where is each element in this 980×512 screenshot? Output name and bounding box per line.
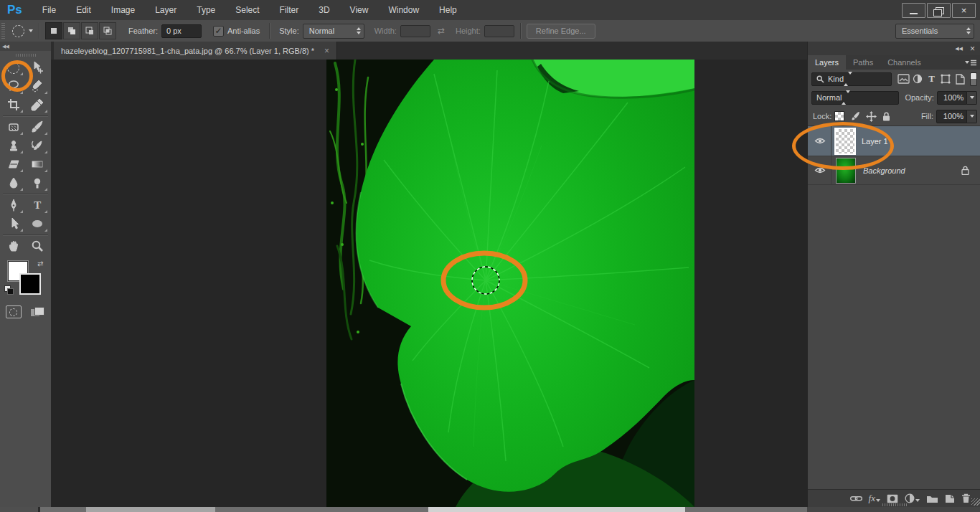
tool-eyedropper[interactable]	[27, 95, 49, 114]
feather-label: Feather:	[128, 27, 158, 35]
fill-value[interactable]: 100%	[936, 110, 967, 123]
fill-dropdown-button[interactable]	[967, 110, 977, 123]
menu-3d[interactable]: 3D	[308, 0, 339, 20]
height-input[interactable]	[484, 25, 514, 37]
collapse-icon[interactable]: ◀◀	[955, 46, 963, 52]
brush-tool-icon	[31, 120, 44, 133]
menu-image[interactable]: Image	[101, 0, 145, 20]
lock-position-button[interactable]	[866, 111, 877, 122]
options-grip	[1, 23, 5, 39]
panel-menu-icon[interactable]	[965, 60, 976, 67]
feather-input[interactable]: 0 px	[161, 24, 202, 38]
panel-resize-grip[interactable]	[882, 503, 907, 506]
tool-preset-picker[interactable]	[12, 25, 33, 37]
background-color-swatch[interactable]	[19, 273, 41, 295]
screen-mode-button[interactable]	[27, 303, 49, 321]
filter-smart-objects-button[interactable]	[953, 72, 967, 86]
tool-type[interactable]: T	[27, 196, 49, 214]
anti-alias-checkbox[interactable]: ✓	[213, 26, 224, 37]
height-label: Height:	[456, 27, 481, 35]
lock-paint-button[interactable]	[850, 111, 860, 121]
minimize-icon	[910, 13, 918, 14]
tool-clone-stamp[interactable]	[2, 136, 24, 155]
panel-tabs: Layers Paths Channels	[808, 55, 980, 70]
taskbar-sliver	[0, 507, 980, 512]
opacity-value[interactable]: 100%	[937, 91, 967, 105]
menu-filter[interactable]: Filter	[270, 0, 309, 20]
workspace-select[interactable]: Essentials	[895, 24, 974, 39]
menu-file[interactable]: File	[32, 0, 66, 20]
selection-mode-new-button[interactable]	[45, 22, 62, 39]
refine-edge-button[interactable]: Refine Edge...	[527, 24, 595, 39]
tools-panel-header[interactable]: ◀◀	[0, 42, 51, 51]
selection-mode-subtract-button[interactable]	[81, 22, 98, 39]
swap-colors-icon[interactable]: ⇄	[37, 260, 43, 267]
tool-hand[interactable]	[2, 237, 24, 255]
minimize-button[interactable]	[902, 3, 925, 18]
lock-transparency-button[interactable]	[834, 111, 844, 121]
filter-kind-select[interactable]: Kind	[811, 72, 892, 86]
document-tab[interactable]: hazeleyeblog_1207715981_1-cha_pata.jpg @…	[54, 42, 337, 60]
filtering-toggle[interactable]	[970, 72, 977, 86]
tab-layers[interactable]: Layers	[808, 55, 846, 70]
tab-close-icon[interactable]: ×	[324, 46, 329, 56]
new-selection-icon	[49, 26, 59, 36]
width-input[interactable]	[400, 25, 430, 37]
menu-select[interactable]: Select	[225, 0, 269, 20]
tool-path-selection[interactable]	[2, 214, 24, 233]
layer-name[interactable]: Background	[863, 166, 905, 175]
canvas-image[interactable]	[326, 60, 694, 507]
annotation-circle-tool	[1, 60, 33, 92]
tool-blur[interactable]	[2, 174, 24, 192]
filter-adjustment-layers-button[interactable]	[910, 72, 925, 86]
tool-ellipse-shape[interactable]	[27, 214, 49, 233]
menu-type[interactable]: Type	[187, 0, 225, 20]
add-adjustment-button[interactable]	[905, 493, 920, 503]
tool-dodge[interactable]	[27, 174, 49, 192]
restore-button[interactable]	[927, 3, 951, 18]
check-icon: ✓	[215, 26, 222, 36]
link-layers-button[interactable]	[850, 495, 862, 502]
tool-brush[interactable]	[27, 118, 49, 136]
history-brush-tool-icon	[31, 139, 44, 152]
default-colors-icon[interactable]	[4, 285, 14, 295]
filter-pixel-layers-button[interactable]	[896, 72, 910, 86]
style-select[interactable]: Normal	[303, 24, 364, 39]
filter-shape-layers-button[interactable]	[939, 72, 953, 86]
chevron-down-icon	[876, 499, 880, 502]
blend-mode-select[interactable]: Normal	[811, 91, 899, 105]
tool-history-brush[interactable]	[27, 136, 49, 155]
eyedropper-tool-icon	[31, 98, 44, 111]
tools-grip[interactable]	[16, 54, 36, 57]
add-mask-button[interactable]	[887, 494, 898, 503]
tool-eraser[interactable]	[2, 155, 24, 174]
menu-view[interactable]: View	[340, 0, 379, 20]
quick-mask-button[interactable]	[2, 303, 24, 321]
collapse-icon: ◀◀	[2, 44, 9, 49]
menu-layer[interactable]: Layer	[145, 0, 187, 20]
lock-all-button[interactable]	[882, 112, 890, 121]
corner-resize-grip[interactable]	[971, 498, 980, 506]
tab-paths[interactable]: Paths	[846, 55, 880, 70]
new-layer-button[interactable]	[945, 494, 955, 503]
new-group-button[interactable]	[926, 494, 938, 503]
menu-window[interactable]: Window	[378, 0, 429, 20]
swap-dimensions-icon[interactable]: ⇄	[438, 26, 445, 36]
tab-channels[interactable]: Channels	[880, 55, 928, 70]
selection-mode-add-button[interactable]	[63, 22, 80, 39]
tool-pen[interactable]	[2, 196, 24, 214]
tool-spot-healing-brush[interactable]	[2, 118, 24, 136]
close-button[interactable]: ×	[952, 3, 976, 18]
menu-help[interactable]: Help	[429, 0, 467, 20]
layer-style-button[interactable]: fx	[869, 493, 880, 504]
tool-crop[interactable]	[2, 95, 24, 114]
image-icon	[897, 74, 910, 84]
selection-mode-intersect-button[interactable]	[99, 22, 116, 39]
filter-type-layers-button[interactable]: T	[925, 72, 939, 86]
dock-close-icon[interactable]: ×	[970, 44, 975, 54]
delete-layer-button[interactable]	[961, 493, 971, 503]
opacity-dropdown-button[interactable]	[967, 91, 977, 105]
tool-gradient[interactable]	[27, 155, 49, 174]
menu-edit[interactable]: Edit	[66, 0, 101, 20]
tool-zoom[interactable]	[27, 237, 49, 255]
